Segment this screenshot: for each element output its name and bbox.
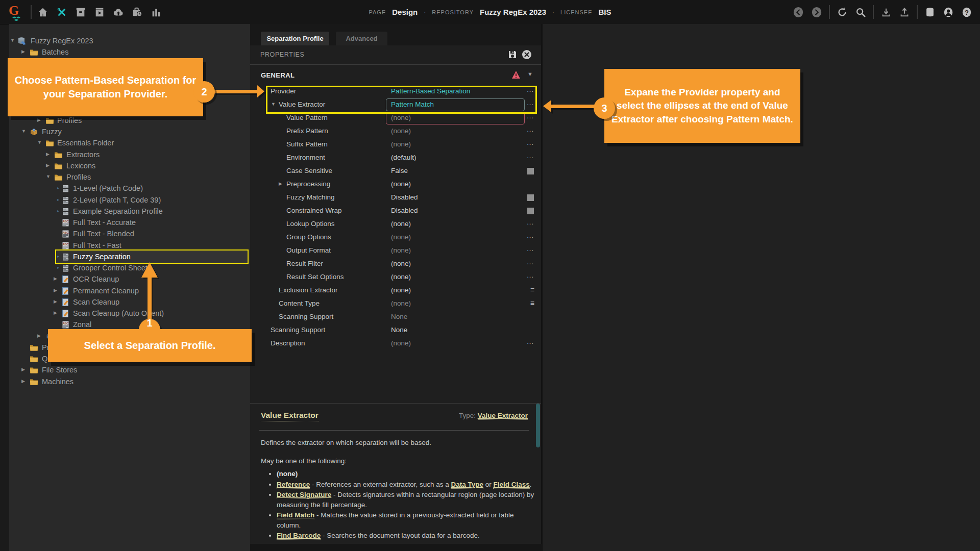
help-scrollbar[interactable] <box>536 404 540 447</box>
expand-icon[interactable]: ▶ <box>54 288 57 293</box>
tree-item-profiles[interactable]: ▼Profiles <box>9 172 250 183</box>
expand-icon[interactable]: ▸ <box>57 197 59 202</box>
upload-icon[interactable] <box>898 6 911 18</box>
property-row-suffix-pattern[interactable]: Suffix Pattern(none)... <box>250 138 542 151</box>
expand-icon[interactable]: ▸ <box>57 186 59 190</box>
ellipsis-button[interactable]: ... <box>527 232 534 239</box>
tree-item-full-text-accurate[interactable]: ABCFull Text - Accurate <box>9 217 250 229</box>
property-value[interactable]: False <box>391 167 408 174</box>
ellipsis-button[interactable]: ... <box>527 152 534 160</box>
nav-back-icon[interactable] <box>792 6 804 18</box>
tree-item-fuzzy[interactable]: ▼Fuzzy <box>9 127 250 138</box>
help-link[interactable]: Detect Signature <box>277 491 331 499</box>
property-row-description[interactable]: Description(none)... <box>250 337 542 350</box>
expand-icon[interactable]: ▶ <box>46 152 50 157</box>
tree-item-lexicons[interactable]: ▶Lexicons <box>9 161 250 172</box>
expand-icon[interactable]: ▶ <box>46 163 50 168</box>
ellipsis-button[interactable]: ... <box>527 86 534 93</box>
bar-chart-icon[interactable] <box>150 6 162 18</box>
ellipsis-button[interactable]: ... <box>527 271 534 279</box>
tools-icon[interactable] <box>56 6 68 18</box>
page-value[interactable]: Design <box>392 8 418 16</box>
help-link[interactable]: Reference <box>277 481 310 489</box>
tree-item-batches[interactable]: ▶Batches <box>9 47 250 58</box>
tree-item-scan-cleanup-auto-orient[interactable]: ▶Scan Cleanup (Auto Orient) <box>9 308 250 319</box>
property-value[interactable]: (none) <box>391 114 411 121</box>
property-row-content-type[interactable]: Content Type(none)≡ <box>250 297 542 310</box>
batch-box-icon[interactable] <box>93 6 106 18</box>
ellipsis-button[interactable]: ... <box>527 338 534 345</box>
tree-item-full-text-fast[interactable]: ABCFull Text - Fast <box>9 240 250 252</box>
collapse-icon[interactable]: ▼ <box>21 129 26 134</box>
tree-item-machines[interactable]: ▶Machines <box>9 377 250 388</box>
expand-icon[interactable]: ▶ <box>21 49 25 54</box>
tree-item-grooper-control-sheet[interactable]: ▸Grooper Control Sheet <box>9 263 250 274</box>
ellipsis-button[interactable]: ... <box>527 245 534 253</box>
ellipsis-button[interactable]: ... <box>527 258 534 266</box>
checkbox[interactable] <box>527 208 534 214</box>
chevron-down-icon[interactable]: ▼ <box>527 71 533 77</box>
nav-forward-icon[interactable] <box>811 6 823 18</box>
help-link[interactable]: Field Match <box>277 511 314 519</box>
tree-item-profiles[interactable]: ▶Profiles <box>9 115 250 127</box>
menu-button[interactable]: ≡ <box>530 299 534 307</box>
property-row-output-format[interactable]: Output Format(none)... <box>250 244 542 257</box>
property-value[interactable]: Pattern Match <box>391 101 434 108</box>
property-value[interactable]: None <box>391 313 407 320</box>
expand-icon[interactable]: ▸ <box>57 254 59 259</box>
property-row-prefix-pattern[interactable]: Prefix Pattern(none)... <box>250 124 542 138</box>
expand-icon[interactable]: ▶ <box>54 276 57 281</box>
tab-separation-profile[interactable]: Separation Profile <box>261 32 329 45</box>
property-value[interactable]: Pattern-Based Separation <box>391 87 470 95</box>
help-type-link[interactable]: Value Extractor <box>478 412 528 420</box>
property-row-value-extractor[interactable]: ▼Value ExtractorPattern Match... <box>250 98 542 111</box>
help-link[interactable]: Field Class <box>493 481 529 489</box>
property-row-environment[interactable]: Environment(default)... <box>250 151 542 164</box>
tree-item-scan-cleanup[interactable]: ▶Scan Cleanup <box>9 297 250 308</box>
tree-item-essentials-folder[interactable]: ▼Essentials Folder <box>9 138 250 149</box>
tree-item-2-level-patch-t-code-39[interactable]: ▸2-Level (Patch T, Code 39) <box>9 195 250 206</box>
tree-item-example-separation-profile[interactable]: ▸Example Separation Profile <box>9 206 250 217</box>
expand-icon[interactable]: ▶ <box>21 367 25 372</box>
tree-item-1-level-patch-code[interactable]: ▸1-Level (Patch Code) <box>9 183 250 194</box>
tab-advanced[interactable]: Advanced <box>336 32 387 45</box>
property-row-scanning-support[interactable]: Scanning SupportNone <box>250 310 542 323</box>
tree-item-fuzzy-regex-2023[interactable]: ▼Fuzzy RegEx 2023 <box>9 36 250 47</box>
ellipsis-button[interactable]: ... <box>527 139 534 146</box>
tree-item-fuzzy-separation[interactable]: ▸Fuzzy Separation <box>9 252 250 263</box>
home-icon[interactable] <box>37 6 49 18</box>
checkbox[interactable] <box>527 168 534 174</box>
tree-item-permanent-cleanup[interactable]: ▶Permanent Cleanup <box>9 286 250 297</box>
refresh-icon[interactable] <box>836 6 848 18</box>
property-row-result-filter[interactable]: Result Filter(none)... <box>250 257 542 270</box>
cloud-upload-icon[interactable] <box>112 6 125 18</box>
download-icon[interactable] <box>880 6 892 18</box>
property-value[interactable]: (none) <box>391 127 411 135</box>
expand-icon[interactable]: ▶ <box>37 117 41 122</box>
help-link[interactable]: Data Type <box>451 481 483 489</box>
property-row-fuzzy-matching[interactable]: Fuzzy MatchingDisabled <box>250 191 542 204</box>
save-icon[interactable] <box>507 49 518 60</box>
property-row-case-sensitive[interactable]: Case SensitiveFalse <box>250 164 542 178</box>
property-value[interactable]: (none) <box>391 180 411 188</box>
grooper-logo-icon[interactable]: G <box>7 3 26 22</box>
property-row-result-set-options[interactable]: Result Set Options(none)... <box>250 270 542 284</box>
property-row-group-options[interactable]: Group Options(none)... <box>250 231 542 244</box>
property-value[interactable]: (none) <box>391 260 411 267</box>
expand-icon[interactable]: ▶ <box>54 310 57 315</box>
database-icon[interactable] <box>924 6 936 18</box>
property-value[interactable]: (none) <box>391 273 411 281</box>
property-value[interactable]: None <box>391 326 407 334</box>
property-value[interactable]: (none) <box>391 286 411 294</box>
tree-item-full-text-blended[interactable]: ABCFull Text - Blended <box>9 229 250 240</box>
expand-icon[interactable]: ▶ <box>37 333 41 338</box>
expand-icon[interactable]: ▶ <box>21 379 25 384</box>
account-icon[interactable] <box>942 6 954 18</box>
property-value[interactable]: (none) <box>391 140 411 148</box>
property-value[interactable]: (none) <box>391 220 411 228</box>
property-value[interactable]: (none) <box>391 233 411 241</box>
tree-item-file-stores[interactable]: ▶File Stores <box>9 365 250 376</box>
expand-icon[interactable]: ▸ <box>57 265 59 270</box>
expand-icon[interactable]: ▶ <box>54 299 57 304</box>
property-value[interactable]: Disabled <box>391 207 418 214</box>
